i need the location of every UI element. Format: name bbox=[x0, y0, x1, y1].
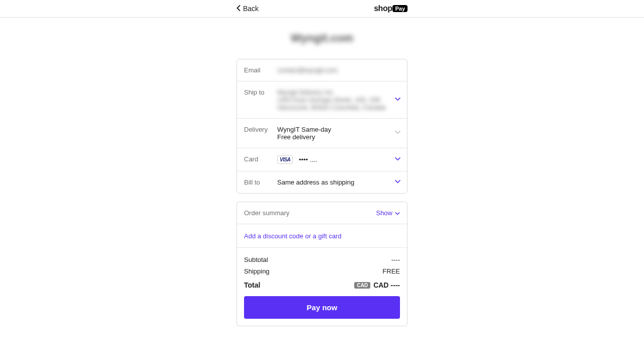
subtotal-value: ---- bbox=[391, 256, 400, 263]
total-value: CAD ---- bbox=[373, 281, 400, 289]
shipto-value: Wyngit Delivery Inc 1453 East Georgia St… bbox=[277, 88, 400, 111]
show-label: Show bbox=[376, 209, 392, 217]
billto-label: Bill to bbox=[244, 178, 277, 186]
total-line: Total CAD CAD ---- bbox=[244, 279, 400, 291]
back-label: Back bbox=[243, 5, 259, 13]
checkout-info-card: Email contact@wyngit.com Ship to Wyngit … bbox=[236, 59, 408, 194]
shipto-line2: 1453 East Georgia Street, 105, 249 bbox=[277, 96, 400, 104]
delivery-value: WyngIT Same-day Free delivery bbox=[277, 126, 400, 141]
card-label: Card bbox=[244, 155, 277, 164]
email-label: Email bbox=[244, 66, 277, 74]
visa-brand: VISA bbox=[280, 157, 290, 162]
chevron-down-icon bbox=[395, 180, 400, 185]
delivery-line2: Free delivery bbox=[277, 133, 400, 141]
card-value: VISA •••• .... bbox=[277, 155, 400, 164]
billto-value: Same address as shipping bbox=[277, 178, 400, 186]
delivery-row[interactable]: Delivery WyngIT Same-day Free delivery bbox=[237, 119, 407, 148]
shipping-value: FREE bbox=[382, 267, 400, 275]
shop-pay-logo: shop Pay bbox=[374, 4, 408, 13]
pay-now-button[interactable]: Pay now bbox=[244, 296, 400, 319]
chevron-left-icon bbox=[236, 5, 241, 13]
store-name: Wyngit.com bbox=[236, 32, 408, 45]
card-mask: •••• .... bbox=[299, 156, 317, 163]
delivery-label: Delivery bbox=[244, 126, 277, 141]
shop-pay-badge: Pay bbox=[392, 5, 408, 12]
chevron-down-icon bbox=[395, 98, 400, 103]
billto-row[interactable]: Bill to Same address as shipping bbox=[237, 171, 407, 193]
summary-header: Order summary Show bbox=[237, 202, 407, 224]
shipping-label: Shipping bbox=[244, 267, 270, 275]
subtotal-line: Subtotal ---- bbox=[244, 254, 400, 265]
chevron-down-icon bbox=[395, 209, 400, 217]
shop-pay-prefix: shop bbox=[374, 4, 392, 13]
order-summary-card: Order summary Show Add a discount code o… bbox=[236, 202, 408, 326]
summary-label: Order summary bbox=[244, 209, 289, 217]
back-button[interactable]: Back bbox=[236, 5, 259, 13]
email-row: Email contact@wyngit.com bbox=[237, 59, 407, 81]
visa-icon: VISA bbox=[277, 155, 293, 164]
shipto-row[interactable]: Ship to Wyngit Delivery Inc 1453 East Ge… bbox=[237, 81, 407, 119]
delivery-line1: WyngIT Same-day bbox=[277, 126, 400, 133]
shipto-label: Ship to bbox=[244, 88, 277, 111]
subtotal-label: Subtotal bbox=[244, 256, 268, 263]
currency-badge: CAD bbox=[354, 282, 370, 289]
card-row[interactable]: Card VISA •••• .... bbox=[237, 148, 407, 171]
shipto-line3: Vancouver, British Columbia, Canada bbox=[277, 104, 400, 111]
shipping-line: Shipping FREE bbox=[244, 265, 400, 277]
discount-link[interactable]: Add a discount code or a gift card bbox=[244, 232, 342, 240]
chevron-down-icon bbox=[395, 131, 400, 136]
email-value: contact@wyngit.com bbox=[277, 66, 400, 74]
totals-section: Subtotal ---- Shipping FREE Total CAD CA… bbox=[237, 248, 407, 326]
show-summary-button[interactable]: Show bbox=[376, 209, 400, 217]
shipto-line1: Wyngit Delivery Inc bbox=[277, 88, 400, 96]
total-label: Total bbox=[244, 281, 260, 289]
chevron-down-icon bbox=[395, 157, 400, 162]
